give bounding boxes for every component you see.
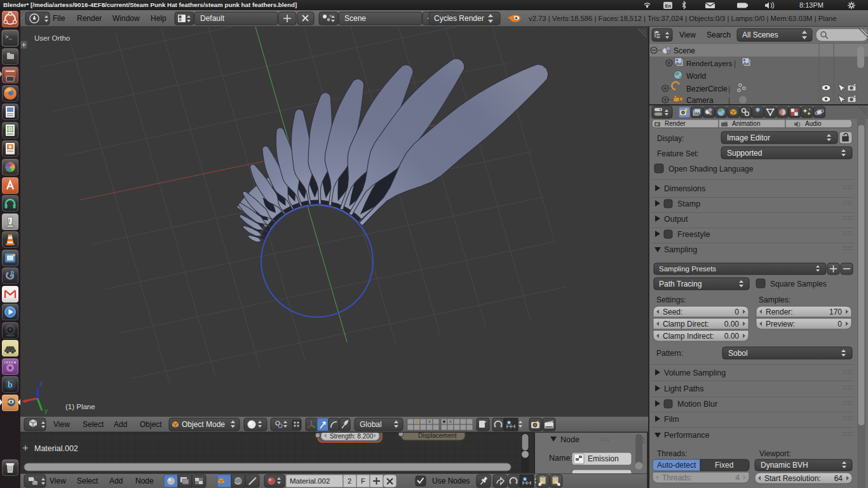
svg-text:170: 170 bbox=[829, 308, 842, 316]
svg-text:Default: Default bbox=[200, 14, 225, 23]
svg-text:View: View bbox=[50, 477, 66, 485]
svg-text:Seed:: Seed: bbox=[663, 308, 682, 316]
svg-text:Cycles Render: Cycles Render bbox=[434, 14, 484, 23]
svg-text:Scene: Scene bbox=[674, 46, 695, 55]
svg-text:64: 64 bbox=[834, 474, 843, 483]
svg-text:Threads:: Threads: bbox=[662, 473, 692, 482]
svg-text:Settings:: Settings: bbox=[656, 295, 686, 304]
svg-text:RenderLayers: RenderLayers bbox=[686, 60, 732, 67]
svg-text:Volume Sampling: Volume Sampling bbox=[664, 369, 726, 377]
svg-text:|: | bbox=[728, 85, 730, 93]
svg-text:Fixed: Fixed bbox=[715, 461, 733, 470]
svg-text:Animation: Animation bbox=[732, 120, 760, 127]
svg-text:Add: Add bbox=[109, 477, 123, 485]
svg-text:8:13PM: 8:13PM bbox=[799, 1, 824, 9]
svg-text:Dimensions: Dimensions bbox=[664, 184, 705, 193]
svg-text:Supported: Supported bbox=[727, 149, 762, 158]
svg-text:y: y bbox=[44, 407, 48, 414]
svg-text:(1) Plane: (1) Plane bbox=[65, 403, 95, 410]
svg-text:Help: Help bbox=[151, 14, 166, 23]
svg-text:World: World bbox=[686, 72, 706, 81]
svg-text:Dynamic BVH: Dynamic BVH bbox=[761, 461, 808, 470]
svg-text:Open Shading Language: Open Shading Language bbox=[668, 165, 754, 173]
svg-text:En: En bbox=[665, 3, 672, 9]
svg-text:Start Resolution:: Start Resolution: bbox=[764, 474, 821, 483]
svg-text:Add: Add bbox=[114, 420, 127, 429]
svg-text:Sampling: Sampling bbox=[664, 245, 697, 254]
svg-text:Select: Select bbox=[83, 420, 104, 429]
svg-text:Film: Film bbox=[664, 415, 679, 424]
svg-text:Pattern:: Pattern: bbox=[656, 349, 683, 358]
svg-text:Object: Object bbox=[140, 420, 162, 429]
svg-text:Sobol: Sobol bbox=[728, 349, 748, 358]
svg-text:Feature Set:: Feature Set: bbox=[657, 149, 699, 158]
svg-text:0.00: 0.00 bbox=[724, 332, 740, 341]
svg-text:Threads:: Threads: bbox=[657, 449, 687, 458]
svg-text:Name:: Name: bbox=[549, 454, 573, 463]
svg-text:Node: Node bbox=[135, 477, 154, 485]
svg-text:Use Nodes: Use Nodes bbox=[432, 477, 470, 485]
svg-text:Square Samples: Square Samples bbox=[770, 280, 827, 288]
svg-text:All Scenes: All Scenes bbox=[742, 30, 778, 39]
svg-text:Search: Search bbox=[707, 30, 731, 39]
svg-text:BezierCircle: BezierCircle bbox=[686, 85, 728, 93]
svg-text:Output: Output bbox=[664, 215, 688, 224]
svg-text:Auto-detect: Auto-detect bbox=[657, 461, 696, 470]
svg-text:F: F bbox=[361, 477, 365, 485]
svg-text:Display:: Display: bbox=[657, 134, 684, 143]
svg-text:Image Editor: Image Editor bbox=[727, 133, 770, 142]
svg-text:Audio: Audio bbox=[805, 120, 822, 127]
svg-text:4: 4 bbox=[735, 473, 740, 482]
svg-text:Select: Select bbox=[77, 477, 98, 485]
svg-text:File: File bbox=[53, 14, 65, 23]
svg-text:Render: Render bbox=[665, 120, 686, 127]
svg-text:Render:: Render: bbox=[766, 308, 793, 316]
svg-text:Clamp Indirect:: Clamp Indirect: bbox=[663, 332, 714, 341]
svg-text:Performance: Performance bbox=[664, 431, 710, 440]
svg-text:View: View bbox=[679, 30, 696, 39]
svg-text:Viewport:: Viewport: bbox=[759, 449, 791, 458]
svg-text:0: 0 bbox=[735, 308, 739, 316]
svg-text:Clamp Direct:: Clamp Direct: bbox=[663, 320, 709, 329]
svg-text:Render: Render bbox=[77, 14, 102, 23]
svg-text:Displacement: Displacement bbox=[418, 433, 457, 439]
svg-text:Emission: Emission bbox=[588, 454, 619, 463]
svg-text:Stamp: Stamp bbox=[677, 200, 700, 208]
svg-text:v2.73 | Verts:18,586 | Faces:1: v2.73 | Verts:18,586 | Faces:18,512 | Tr… bbox=[529, 15, 837, 22]
svg-text:Motion Blur: Motion Blur bbox=[677, 400, 717, 409]
svg-text:View: View bbox=[53, 420, 70, 429]
svg-text:Node: Node bbox=[560, 435, 580, 444]
svg-text:Material.002: Material.002 bbox=[290, 477, 330, 485]
svg-text:z: z bbox=[39, 380, 43, 387]
svg-text:Freestyle: Freestyle bbox=[677, 230, 710, 239]
svg-text:Scene: Scene bbox=[344, 14, 366, 23]
svg-text:0: 0 bbox=[837, 320, 842, 329]
svg-text:User Ortho: User Ortho bbox=[34, 34, 70, 42]
svg-text:Object Mode: Object Mode bbox=[182, 420, 225, 429]
svg-text:Light Paths: Light Paths bbox=[664, 384, 704, 393]
svg-text:Sampling Presets: Sampling Presets bbox=[659, 265, 716, 273]
svg-text:2: 2 bbox=[348, 477, 351, 485]
svg-text:Window: Window bbox=[112, 14, 140, 23]
svg-text:Path Tracing: Path Tracing bbox=[659, 280, 702, 288]
svg-text:0.00: 0.00 bbox=[724, 320, 740, 329]
svg-text:Samples:: Samples: bbox=[759, 295, 790, 304]
svg-text:Camera: Camera bbox=[686, 96, 714, 104]
svg-text:|: | bbox=[734, 59, 736, 68]
svg-text:|: | bbox=[728, 96, 730, 104]
svg-text:Strength: 8.200: Strength: 8.200 bbox=[330, 433, 374, 440]
svg-text:Global: Global bbox=[360, 420, 382, 429]
svg-text:Material.002: Material.002 bbox=[34, 444, 78, 453]
svg-text:Preview:: Preview: bbox=[766, 320, 795, 329]
